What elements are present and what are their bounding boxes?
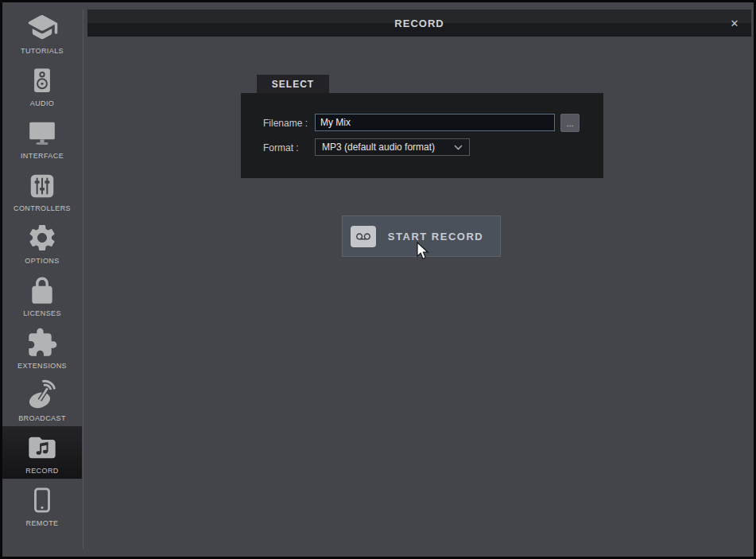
sliders-icon xyxy=(27,165,57,201)
graduation-cap-icon xyxy=(25,7,59,44)
select-panel xyxy=(241,93,603,178)
sidebar-item-label: LICENSES xyxy=(23,309,61,317)
monitor-icon xyxy=(26,112,58,149)
tab-select[interactable]: SELECT xyxy=(257,75,329,93)
sidebar-item-audio[interactable]: AUDIO xyxy=(2,59,82,111)
dialog-title: RECORD xyxy=(394,17,444,29)
sidebar-item-record[interactable]: RECORD xyxy=(2,426,82,479)
browse-button[interactable]: ... xyxy=(560,114,580,132)
puzzle-icon xyxy=(26,322,58,359)
format-selected-value: MP3 (default audio format) xyxy=(322,142,435,153)
sidebar-item-remote[interactable]: REMOTE xyxy=(2,479,82,531)
start-record-button[interactable]: START RECORD xyxy=(342,215,501,257)
format-dropdown[interactable]: MP3 (default audio format) xyxy=(315,138,470,156)
gear-icon xyxy=(26,217,58,254)
sidebar-item-controllers[interactable]: CONTROLLERS xyxy=(2,164,82,216)
sidebar-item-interface[interactable]: INTERFACE xyxy=(2,111,82,164)
sidebar-divider xyxy=(83,9,83,549)
music-folder-icon xyxy=(26,427,58,464)
sidebar-item-options[interactable]: OPTIONS xyxy=(2,216,82,269)
filename-label: Filename : xyxy=(263,118,308,129)
sidebar-item-label: REMOTE xyxy=(26,519,59,527)
sidebar-item-label: CONTROLLERS xyxy=(14,204,71,212)
sidebar-item-licenses[interactable]: LICENSES xyxy=(2,269,82,321)
close-icon[interactable]: ✕ xyxy=(724,10,745,37)
filename-input[interactable] xyxy=(315,114,555,131)
sidebar-item-label: EXTENSIONS xyxy=(17,362,67,370)
antenna-icon xyxy=(26,375,58,411)
sidebar-item-label: TUTORIALS xyxy=(21,47,64,55)
chevron-down-icon xyxy=(454,145,463,150)
cassette-icon xyxy=(351,226,376,247)
sidebar-item-label: RECORD xyxy=(25,467,58,475)
sidebar-item-extensions[interactable]: EXTENSIONS xyxy=(2,321,82,374)
start-record-label: START RECORD xyxy=(376,231,500,243)
sidebar-item-broadcast[interactable]: BROADCAST xyxy=(2,374,82,426)
sidebar-item-label: OPTIONS xyxy=(25,257,59,265)
dialog-titlebar: RECORD ✕ xyxy=(87,10,751,37)
settings-sidebar: TUTORIALS AUDIO INTERFACE xyxy=(2,2,82,557)
sidebar-item-tutorials[interactable]: TUTORIALS xyxy=(2,6,82,59)
sidebar-item-label: INTERFACE xyxy=(21,152,64,160)
sidebar-item-label: BROADCAST xyxy=(18,414,66,422)
smartphone-icon xyxy=(29,479,56,516)
lock-icon xyxy=(27,270,57,306)
speaker-icon xyxy=(29,60,56,96)
format-label: Format : xyxy=(263,142,299,153)
record-settings-window: TUTORIALS AUDIO INTERFACE xyxy=(0,0,756,559)
sidebar-item-label: AUDIO xyxy=(30,99,55,107)
